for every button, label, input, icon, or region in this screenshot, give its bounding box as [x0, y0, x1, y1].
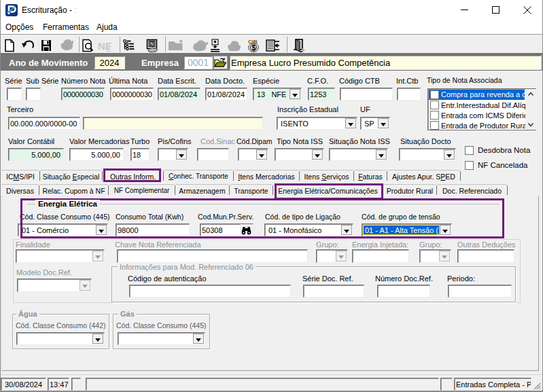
svg-text:$: $	[252, 44, 256, 52]
svg-text:E: E	[107, 46, 111, 52]
